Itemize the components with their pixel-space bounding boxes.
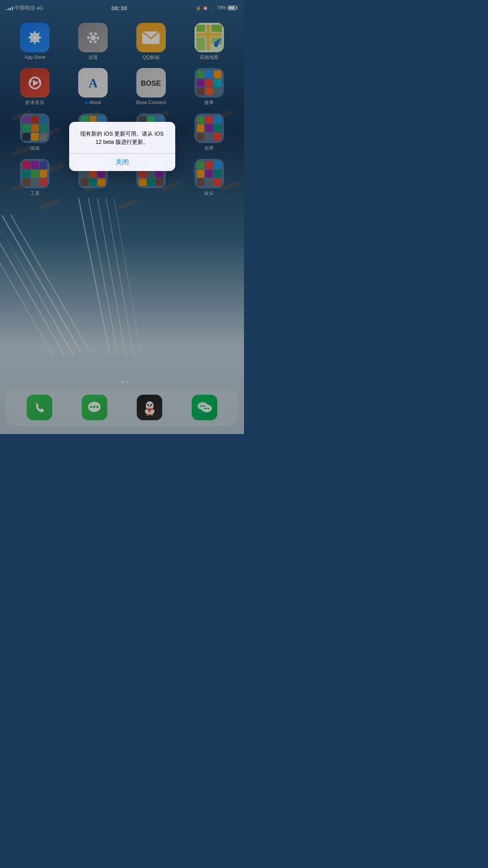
alert-dialog: 现有新的 iOS 更新可用。请从 iOS 12 beta 版进行更新。 关闭 (69, 122, 175, 171)
alert-overlay: 现有新的 iOS 更新可用。请从 iOS 12 beta 版进行更新。 关闭 (0, 0, 244, 434)
alert-body: 现有新的 iOS 更新可用。请从 iOS 12 beta 版进行更新。 (69, 122, 175, 153)
alert-message: 现有新的 iOS 更新可用。请从 iOS 12 beta 版进行更新。 (77, 130, 167, 146)
alert-close-button[interactable]: 关闭 (69, 154, 175, 171)
